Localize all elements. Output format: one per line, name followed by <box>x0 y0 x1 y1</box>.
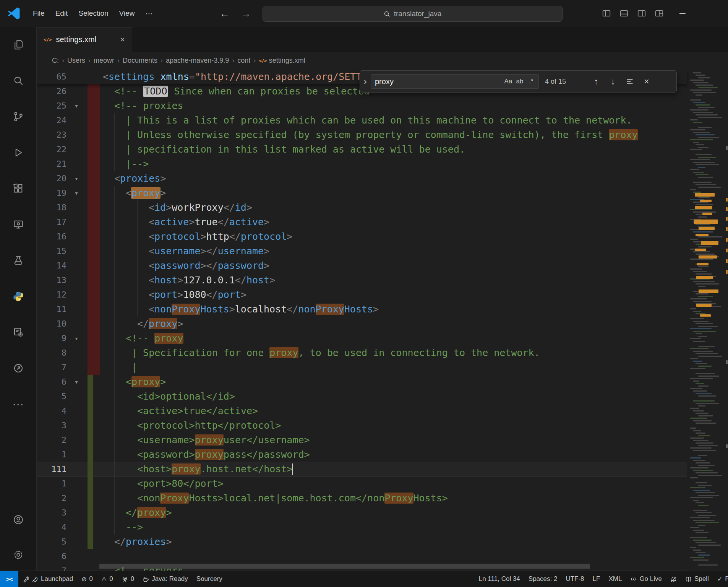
code-line[interactable]: 8| Specification for one proxy, to be us… <box>37 346 687 360</box>
code-line[interactable]: 5<id>optional</id> <box>37 389 687 404</box>
regex-button[interactable]: .* <box>525 76 537 87</box>
code-line[interactable]: 13<host>127.0.0.1</host> <box>37 273 687 288</box>
more-icon[interactable]: ⋯ <box>8 394 28 414</box>
breadcrumb-item-conf[interactable]: conf <box>236 57 252 65</box>
code-line[interactable]: 25▾<!-- proxies <box>37 99 687 113</box>
code-line[interactable]: 15<username></username> <box>37 244 687 259</box>
command-center-search[interactable]: translator_java <box>263 6 563 22</box>
code-line[interactable]: 9▾<!-- proxy <box>37 331 687 346</box>
code-line[interactable]: 14<password></password> <box>37 259 687 273</box>
status-spell-checker[interactable]: Spell <box>681 571 713 587</box>
code-editor[interactable]: 26<!-- TODO Since when can proxies be se… <box>37 70 728 571</box>
status-launchpad[interactable]: Launchpad <box>18 571 77 587</box>
settings-gear-icon[interactable] <box>8 545 28 565</box>
code-line[interactable]: 7| <box>37 360 687 375</box>
code-line[interactable]: 11<nonProxyHosts>localhost</nonProxyHost… <box>37 302 687 317</box>
breadcrumb-item-apache-maven-3.9.9[interactable]: apache-maven-3.9.9 <box>164 57 230 65</box>
code-line[interactable]: 3<protocol>http</protocol> <box>37 418 687 433</box>
status-prettier[interactable]: ✓Prettier <box>713 571 728 587</box>
status-notifications[interactable] <box>666 571 681 587</box>
breadcrumb-item-settings.xml[interactable]: </>settings.xml <box>257 57 307 65</box>
code-line[interactable]: 3</proxy> <box>37 506 687 520</box>
status-problems-errors[interactable]: ⊘0 <box>77 571 97 587</box>
back-button[interactable]: ← <box>220 8 230 20</box>
forward-button[interactable]: → <box>241 8 251 20</box>
extensions-icon[interactable] <box>8 179 28 198</box>
source-control-icon[interactable] <box>8 107 28 127</box>
find-previous-button[interactable]: ↑ <box>588 73 605 90</box>
status-java-status[interactable]: Java: Ready <box>138 571 192 587</box>
menu-view[interactable]: View <box>114 7 140 20</box>
match-case-button[interactable]: Aa <box>503 76 514 87</box>
gitlens-icon[interactable] <box>8 358 28 378</box>
find-close-button[interactable]: × <box>638 73 655 90</box>
toggle-secondary-sidebar-button[interactable] <box>636 8 647 19</box>
code-line[interactable]: 4--> <box>37 520 687 535</box>
code-line[interactable]: 6▾<proxy> <box>37 375 687 389</box>
status-problems-warnings[interactable]: ⚠0 <box>97 571 117 587</box>
run-debug-icon[interactable] <box>8 143 28 163</box>
status-cursor-position[interactable]: Ln 111, Col 34 <box>475 571 524 587</box>
find-next-button[interactable]: ↓ <box>605 73 621 90</box>
menu-edit[interactable]: Edit <box>50 7 73 20</box>
project-settings-icon[interactable] <box>8 322 28 342</box>
breadcrumb-item-meowr[interactable]: meowr <box>92 57 116 65</box>
code-line[interactable]: 18<id>workProxy</id> <box>37 200 687 215</box>
breadcrumb-item-documents[interactable]: Documents <box>121 57 159 65</box>
fold-chevron-icon[interactable]: ▾ <box>69 375 84 389</box>
remote-explorer-icon[interactable] <box>8 215 28 234</box>
toggle-replace-chevron-icon[interactable]: › <box>360 71 371 92</box>
code-line[interactable]: 6 <box>37 549 687 564</box>
status-radio-tower[interactable]: 0 <box>117 571 138 587</box>
status-eol[interactable]: LF <box>589 571 605 587</box>
menu-[interactable]: ⋯ <box>140 7 158 20</box>
minimize-button[interactable]: ─ <box>679 8 686 18</box>
code-line[interactable]: 17<active>true</active> <box>37 215 687 229</box>
code-line[interactable]: 22| specification in this list marked as… <box>37 142 687 157</box>
code-line[interactable]: 1<password>proxypass</password> <box>37 447 687 462</box>
customize-layout-button[interactable] <box>653 8 665 19</box>
toggle-panel-button[interactable] <box>618 8 630 19</box>
tab-settings-xml[interactable]: </> settings.xml × <box>37 27 132 52</box>
python-icon[interactable] <box>8 286 28 306</box>
status-sourcery[interactable]: Sourcery <box>192 571 227 587</box>
code-line[interactable]: 24| This is a list of proxies which can … <box>37 113 687 128</box>
code-line[interactable]: 23| Unless otherwise specified (by syste… <box>37 128 687 142</box>
tab-close-icon[interactable]: × <box>120 35 125 45</box>
breadcrumb-item-c-[interactable]: C: <box>50 57 60 65</box>
testing-icon[interactable] <box>8 250 28 270</box>
minimap[interactable] <box>687 70 728 571</box>
find-input[interactable]: proxy Aa ab .* <box>371 74 539 89</box>
status-go-live[interactable]: Go Live <box>626 571 666 587</box>
explorer-icon[interactable] <box>8 35 28 55</box>
menu-selection[interactable]: Selection <box>73 7 113 20</box>
fold-chevron-icon[interactable]: ▾ <box>69 186 84 200</box>
horizontal-scrollbar[interactable] <box>99 564 590 569</box>
code-line[interactable]: 5</proxies> <box>37 535 687 549</box>
code-line[interactable]: 111<host>proxy.host.net</host> <box>37 462 687 476</box>
code-line[interactable]: 2<username>proxyuser</username> <box>37 433 687 447</box>
breadcrumb-item-users[interactable]: Users <box>66 57 87 65</box>
remote-indicator-button[interactable]: >< <box>0 571 18 587</box>
code-line[interactable]: 10</proxy> <box>37 317 687 331</box>
search-icon[interactable] <box>8 71 28 91</box>
code-line[interactable]: 21|--> <box>37 157 687 171</box>
whole-word-button[interactable]: ab <box>514 76 525 87</box>
toggle-sidebar-button[interactable] <box>601 8 612 19</box>
code-line[interactable]: 1<port>80</port> <box>37 476 687 491</box>
code-line[interactable]: 4<active>true</active> <box>37 404 687 418</box>
code-line[interactable]: 12<port>1080</port> <box>37 288 687 302</box>
code-line[interactable]: 2<nonProxyHosts>local.net|some.host.com<… <box>37 491 687 506</box>
status-encoding[interactable]: UTF-8 <box>561 571 588 587</box>
code-line[interactable]: 19▾<proxy> <box>37 186 687 200</box>
account-icon[interactable] <box>8 510 28 530</box>
status-indentation[interactable]: Spaces: 2 <box>524 571 562 587</box>
find-in-selection-button[interactable] <box>621 73 638 90</box>
status-language-mode[interactable]: XML <box>604 571 626 587</box>
menu-file[interactable]: File <box>28 7 50 20</box>
code-line[interactable]: 16<protocol>http</protocol> <box>37 229 687 244</box>
fold-chevron-icon[interactable]: ▾ <box>69 99 84 113</box>
code-line[interactable]: 20▾<proxies> <box>37 171 687 186</box>
fold-chevron-icon[interactable]: ▾ <box>69 171 84 186</box>
fold-chevron-icon[interactable]: ▾ <box>69 331 84 346</box>
